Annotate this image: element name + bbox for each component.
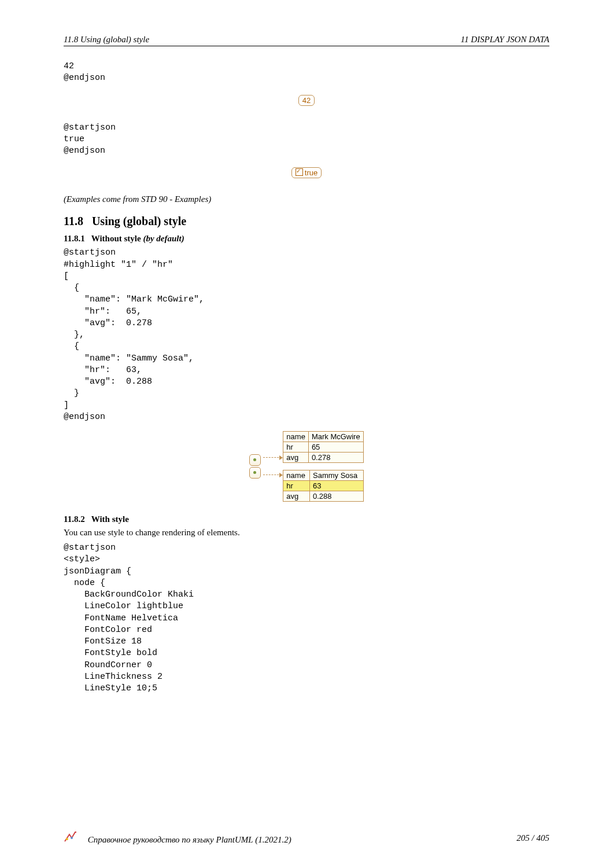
code-block-11-8-2: @startjson <style> jsonDiagram { node { … <box>64 542 549 694</box>
footer-title: Справочное руководство по языку PlantUML… <box>88 835 291 844</box>
cell-value: Sammy Sosa <box>310 470 364 481</box>
subsection-number: 11.8.1 <box>64 234 85 243</box>
subsection-title: Without style <box>91 234 141 243</box>
code-block-11-8-1: @startjson #highlight "1" / "hr" [ { "na… <box>64 247 549 423</box>
examples-note: (Examples come from STD 90 - Examples) <box>64 194 549 204</box>
section-11-8-1: 11.8.1 Without style (by default) <box>64 234 549 244</box>
section-title: Using (global) style <box>92 215 186 227</box>
page: 11.8 Using (global) style 11 DISPLAY JSO… <box>0 0 613 868</box>
section-11-8: 11.8 Using (global) style <box>64 215 549 228</box>
table-row: nameSammy Sosa <box>283 470 363 481</box>
output-box-true-wrap: true <box>64 161 549 184</box>
checkbox-icon <box>296 168 303 176</box>
cell-value-highlight: 63 <box>310 481 364 491</box>
table-row: avg0.288 <box>283 491 363 502</box>
svg-point-0 <box>66 838 68 840</box>
true-label: true <box>305 168 317 177</box>
cell-value: Mark McGwire <box>308 432 363 442</box>
cell-value: 0.278 <box>308 453 363 463</box>
with-style-text: You can use style to change rendering of… <box>64 528 549 538</box>
cell-key: avg <box>283 453 309 463</box>
table-row: hr63 <box>283 481 363 491</box>
arrows <box>263 457 282 476</box>
cell-key: name <box>283 432 309 442</box>
cell-key: avg <box>283 491 310 502</box>
root-dot-1 <box>249 467 261 479</box>
svg-point-1 <box>71 837 73 839</box>
output-box-42-wrap: 42 <box>64 89 549 112</box>
json-table-0: nameMark McGwire hr65 avg0.278 <box>283 431 363 463</box>
table-row: hr65 <box>283 442 363 453</box>
table-row: nameMark McGwire <box>283 432 363 442</box>
cell-key: name <box>283 470 310 481</box>
json-table-1: nameSammy Sosa hr63 avg0.288 <box>283 470 363 502</box>
output-box-true: true <box>291 167 322 178</box>
subsection-number: 11.8.2 <box>64 514 85 524</box>
arrow-1 <box>263 475 282 476</box>
arrow-0 <box>263 457 282 458</box>
root-dot-0 <box>249 454 261 466</box>
cell-key-highlight: hr <box>283 481 310 491</box>
subsection-title: With style <box>91 514 129 524</box>
code-block-top-a: 42 @endjson <box>64 61 549 84</box>
subsection-suffix: (by default) <box>143 234 184 243</box>
tables-column: nameMark McGwire hr65 avg0.278 nameSammy… <box>283 431 363 502</box>
page-footer: Справочное руководство по языку PlantUML… <box>64 831 549 845</box>
diagram-inner: nameMark McGwire hr65 avg0.278 nameSammy… <box>249 431 363 502</box>
footer-page: 205 / 405 <box>516 833 549 843</box>
cell-value: 0.288 <box>310 491 364 502</box>
cell-value: 65 <box>308 442 363 453</box>
output-box-42: 42 <box>298 95 315 106</box>
table-row: avg0.278 <box>283 453 363 463</box>
page-header: 11.8 Using (global) style 11 DISPLAY JSO… <box>64 35 549 46</box>
header-left: 11.8 Using (global) style <box>64 35 149 45</box>
section-number: 11.8 <box>64 215 83 227</box>
header-right: 11 DISPLAY JSON DATA <box>461 35 549 45</box>
code-block-top-b: @startjson true @endjson <box>64 122 549 157</box>
section-11-8-2: 11.8.2 With style <box>64 514 549 524</box>
plantuml-logo-icon <box>64 831 80 843</box>
footer-left: Справочное руководство по языку PlantUML… <box>64 831 291 845</box>
json-diagram-default: nameMark McGwire hr65 avg0.278 nameSammy… <box>64 431 549 502</box>
cell-key: hr <box>283 442 309 453</box>
root-nodes <box>249 454 261 479</box>
